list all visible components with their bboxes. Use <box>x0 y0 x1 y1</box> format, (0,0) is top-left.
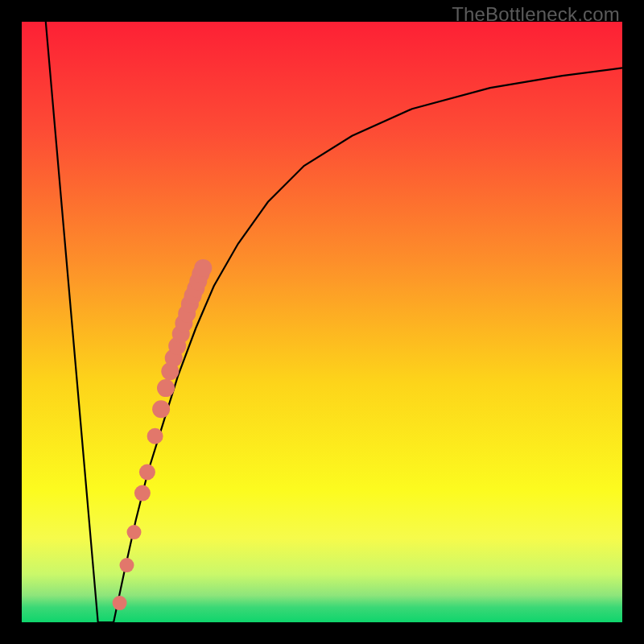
plot-area <box>22 22 622 622</box>
data-dot <box>120 558 134 572</box>
data-dot <box>152 400 170 418</box>
data-dot <box>194 259 212 277</box>
data-dot <box>139 464 155 481</box>
chart-svg <box>22 22 622 622</box>
data-dot <box>157 379 175 397</box>
data-dot <box>113 596 127 610</box>
data-dot <box>147 428 163 444</box>
data-dot <box>127 525 142 539</box>
chart-frame: TheBottleneck.com <box>0 0 644 644</box>
gradient-background <box>22 22 622 622</box>
data-dot <box>134 485 151 502</box>
